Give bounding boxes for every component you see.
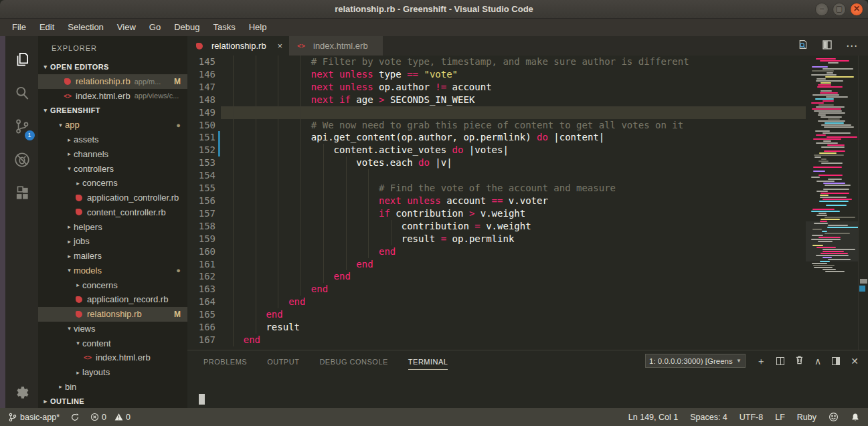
extensions-icon[interactable]: [6, 177, 38, 210]
menu-item-file[interactable]: File: [5, 19, 33, 36]
toggle-panel-icon[interactable]: [832, 357, 840, 365]
code-line[interactable]: end: [221, 283, 806, 296]
editor-scrollbar[interactable]: [858, 56, 868, 350]
status-language-mode[interactable]: Ruby: [797, 413, 816, 422]
split-terminal-icon[interactable]: [776, 357, 784, 365]
panel-tab-output[interactable]: OUTPUT: [267, 352, 299, 370]
split-editor-icon[interactable]: [822, 39, 833, 53]
status-notifications-bell[interactable]: [851, 413, 860, 422]
code-line[interactable]: # We now need to grab this piece of cont…: [221, 119, 806, 132]
code-line[interactable]: next unless type == "vote": [221, 68, 806, 81]
tree-item[interactable]: application_record.rb: [38, 292, 187, 307]
status-cursor-position[interactable]: Ln 149, Col 1: [628, 413, 678, 422]
maximize-panel-icon[interactable]: ∧: [814, 356, 821, 366]
open-editor-item[interactable]: <>index.html.erbapp/views/c...: [38, 89, 187, 104]
more-actions-icon[interactable]: ⋯: [846, 39, 857, 53]
menu-item-help[interactable]: Help: [242, 19, 274, 36]
code-line[interactable]: result = op.permlink: [221, 233, 806, 245]
code-pane[interactable]: # Filter by vote type, timestamp, and ma…: [221, 56, 806, 350]
tree-item[interactable]: ▸bin: [38, 380, 187, 395]
tree-item[interactable]: relationship.rbM: [38, 307, 187, 322]
status-encoding[interactable]: UTF-8: [740, 413, 763, 422]
tree-item[interactable]: ▸concerns: [38, 176, 187, 191]
panel-tab-debug-console[interactable]: DEBUG CONSOLE: [319, 352, 387, 370]
close-button[interactable]: ✕: [850, 3, 863, 16]
settings-gear-icon[interactable]: [6, 377, 38, 408]
tree-item[interactable]: ▸assets: [38, 132, 187, 147]
tree-item[interactable]: ▾models●: [38, 263, 187, 278]
maximize-button[interactable]: ▢: [833, 3, 846, 16]
code-line[interactable]: if contribution > v.weight: [221, 207, 806, 220]
debug-icon[interactable]: [6, 143, 38, 177]
code-line[interactable]: api.get_content(op.author, op.permlink) …: [221, 131, 806, 144]
menu-item-view[interactable]: View: [110, 19, 143, 36]
code-line[interactable]: # Find the vote of the account and measu…: [221, 182, 806, 195]
tree-item[interactable]: ▾controllers: [38, 161, 187, 176]
editor-actions: ⋯: [797, 36, 868, 56]
code-line[interactable]: end: [221, 334, 806, 346]
code-line[interactable]: content.active_votes do |votes|: [221, 144, 806, 156]
kill-terminal-icon[interactable]: [795, 355, 804, 367]
code-line[interactable]: next unless op.author != account: [221, 81, 806, 94]
code-line[interactable]: contribution = v.weight: [221, 220, 806, 233]
code-line[interactable]: end: [221, 245, 806, 258]
code-line[interactable]: next if age > SECONDS_IN_WEEK: [221, 94, 806, 106]
tree-item[interactable]: ▾content: [38, 336, 187, 350]
open-editor-item[interactable]: relationship.rbapp/m...M: [38, 74, 187, 89]
code-line[interactable]: end: [221, 308, 806, 321]
code-line[interactable]: end: [221, 296, 806, 308]
source-control-icon[interactable]: 1: [6, 110, 38, 143]
activity-bar: 1: [5, 36, 38, 408]
code-line[interactable]: [221, 169, 806, 182]
minimize-button[interactable]: −: [815, 3, 829, 16]
code-line[interactable]: end: [221, 258, 806, 271]
tab-relationship-rb[interactable]: relationship.rb ×: [187, 36, 289, 56]
tree-item[interactable]: application_controller.rb: [38, 191, 187, 205]
status-indentation[interactable]: Spaces: 4: [690, 413, 727, 422]
menu-item-debug[interactable]: Debug: [167, 19, 206, 36]
code-editor[interactable]: 1451461471481491501511521531541551561571…: [187, 56, 868, 350]
status-sync[interactable]: [70, 413, 80, 422]
code-line[interactable]: next unless account == v.voter: [221, 195, 806, 207]
panel-tab-terminal[interactable]: TERMINAL: [408, 352, 448, 370]
tab-index-html-erb[interactable]: <> index.html.erb: [289, 36, 383, 56]
status-feedback-smiley[interactable]: [829, 412, 839, 422]
status-eol[interactable]: LF: [775, 413, 785, 422]
tree-item[interactable]: ▸mailers: [38, 249, 187, 263]
explorer-icon[interactable]: [6, 43, 38, 76]
open-editors-header[interactable]: ▾ OPEN EDITORS: [38, 60, 187, 74]
terminal-area[interactable]: [187, 371, 868, 408]
minimap[interactable]: [806, 56, 858, 350]
tab-close-icon[interactable]: ×: [277, 41, 282, 51]
scrollbar-thumb[interactable]: [860, 279, 867, 284]
menu-item-tasks[interactable]: Tasks: [206, 19, 242, 36]
close-panel-icon[interactable]: ✕: [851, 356, 859, 366]
new-terminal-icon[interactable]: ＋: [756, 356, 766, 366]
tree-item[interactable]: <>index.html.erb: [38, 350, 187, 365]
search-icon[interactable]: [6, 76, 38, 110]
tree-item[interactable]: ▸channels: [38, 147, 187, 162]
tree-item[interactable]: ▸jobs: [38, 234, 187, 249]
minimap-line: [813, 171, 825, 172]
code-line[interactable]: # Filter by vote type, timestamp, and ma…: [221, 56, 806, 68]
terminal-select[interactable]: 1: 0.0.0.0:3000) [Greens ▼: [645, 354, 746, 368]
outline-header[interactable]: ▸ OUTLINE: [38, 394, 187, 408]
code-line[interactable]: votes.each do |v|: [221, 156, 806, 169]
tree-item[interactable]: ▾app●: [38, 118, 187, 132]
tree-item[interactable]: content_controller.rb: [38, 205, 187, 220]
tree-item[interactable]: ▾views: [38, 322, 187, 336]
menu-item-go[interactable]: Go: [143, 19, 167, 36]
tree-item[interactable]: ▸helpers: [38, 219, 187, 234]
tree-item[interactable]: ▸layouts: [38, 365, 187, 380]
open-changes-icon[interactable]: [797, 39, 808, 53]
status-problems[interactable]: 0 0: [90, 413, 131, 422]
menu-item-selection[interactable]: Selection: [61, 19, 110, 36]
panel-tab-problems[interactable]: PROBLEMS: [203, 352, 247, 370]
project-header[interactable]: ▾ GREENSHIFT: [38, 103, 187, 118]
menu-item-edit[interactable]: Edit: [33, 19, 61, 36]
code-line[interactable]: [221, 106, 806, 119]
status-branch[interactable]: basic-app*: [8, 413, 60, 422]
code-line[interactable]: result: [221, 321, 806, 334]
tree-item[interactable]: ▸concerns: [38, 278, 187, 292]
code-line[interactable]: end: [221, 270, 806, 283]
